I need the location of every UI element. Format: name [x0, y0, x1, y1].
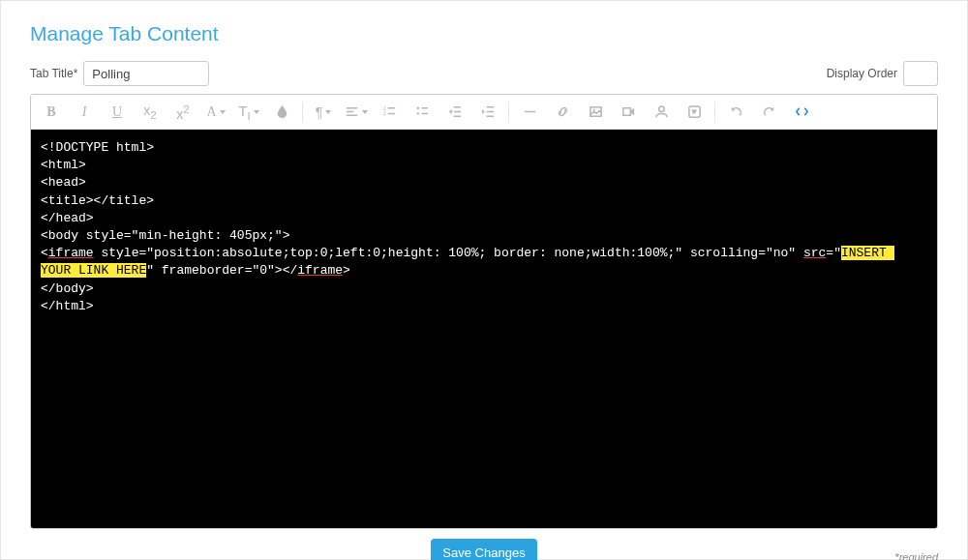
- indent-icon: [481, 104, 496, 119]
- svg-rect-20: [622, 108, 630, 116]
- outdent-button[interactable]: [439, 96, 471, 129]
- save-button[interactable]: Save Changes: [431, 539, 536, 560]
- tab-title-input[interactable]: [83, 61, 209, 86]
- font-size-button[interactable]: TI: [232, 96, 265, 129]
- chevron-down-icon: [220, 110, 226, 114]
- twitter-button[interactable]: [678, 96, 711, 129]
- undo-button[interactable]: [719, 96, 752, 129]
- form-row: Tab Title* Display Order: [30, 61, 938, 86]
- code-line: <body style="min-height: 405px;">: [41, 228, 289, 243]
- link-button[interactable]: [546, 96, 579, 129]
- droplet-icon: [275, 104, 289, 119]
- unordered-list-button[interactable]: [406, 96, 439, 129]
- image-icon: [589, 104, 603, 119]
- bold-button[interactable]: B: [35, 96, 68, 129]
- align-button[interactable]: [340, 96, 373, 129]
- display-order-label: Display Order: [827, 67, 897, 80]
- undo-icon: [729, 104, 743, 119]
- chevron-down-icon: [362, 110, 368, 114]
- page-title: Manage Tab Content: [30, 22, 938, 45]
- link-icon: [556, 104, 570, 119]
- minus-icon: [523, 104, 537, 119]
- code-line: <title></title>: [41, 193, 154, 208]
- tab-title-label: Tab Title*: [30, 67, 77, 80]
- code-line: <!DOCTYPE html>: [41, 140, 154, 155]
- ordered-list-icon: 12: [382, 104, 397, 119]
- font-family-button[interactable]: A: [199, 96, 232, 129]
- redo-button[interactable]: [752, 96, 785, 129]
- superscript-icon: x2: [176, 103, 189, 122]
- editor-toolbar: B I U x2 x2 A TI ¶ 12: [31, 95, 937, 130]
- toolbar-separator: [714, 102, 715, 123]
- unordered-list-icon: [415, 104, 430, 119]
- user-icon: [654, 104, 669, 119]
- code-line: <iframe style="position:absolute;top:0;l…: [41, 246, 894, 260]
- video-icon: [621, 104, 636, 119]
- align-left-icon: [345, 104, 359, 119]
- subscript-icon: x2: [143, 103, 156, 121]
- code-line: <html>: [41, 158, 86, 172]
- editor: B I U x2 x2 A TI ¶ 12: [30, 94, 938, 529]
- pilcrow-icon: ¶: [316, 104, 323, 120]
- ordered-list-button[interactable]: 12: [373, 96, 406, 129]
- toolbar-separator: [508, 102, 509, 123]
- code-line: <head>: [41, 175, 86, 190]
- code-line: </head>: [41, 211, 94, 225]
- svg-point-21: [658, 106, 664, 112]
- code-line: </body>: [41, 281, 94, 296]
- paragraph-button[interactable]: ¶: [307, 96, 340, 129]
- code-line: YOUR LINK HERE" frameborder="0"></iframe…: [41, 263, 350, 278]
- svg-text:1: 1: [382, 106, 385, 111]
- chevron-down-icon: [325, 110, 331, 114]
- outdent-icon: [448, 104, 463, 119]
- svg-point-19: [592, 109, 594, 111]
- code-icon: [795, 104, 809, 119]
- subscript-button[interactable]: x2: [134, 96, 166, 129]
- chevron-down-icon: [254, 110, 259, 114]
- video-button[interactable]: [612, 96, 645, 129]
- underline-icon: U: [112, 104, 122, 120]
- hr-button[interactable]: [513, 96, 546, 129]
- svg-point-8: [416, 112, 418, 114]
- italic-icon: I: [82, 104, 87, 120]
- required-note: *required: [894, 551, 938, 560]
- toolbar-separator: [302, 102, 303, 123]
- svg-text:2: 2: [382, 111, 385, 116]
- italic-button[interactable]: I: [68, 96, 101, 129]
- svg-point-7: [416, 107, 418, 109]
- underline-button[interactable]: U: [101, 96, 134, 129]
- image-button[interactable]: [579, 96, 612, 129]
- code-editor[interactable]: <!DOCTYPE html> <html> <head> <title></t…: [31, 130, 937, 528]
- font-size-icon: TI: [238, 103, 250, 122]
- indent-button[interactable]: [471, 96, 504, 129]
- user-button[interactable]: [645, 96, 678, 129]
- code-view-button[interactable]: [785, 96, 818, 129]
- display-order-input[interactable]: [903, 61, 938, 86]
- font-family-icon: A: [206, 104, 216, 120]
- bold-icon: B: [46, 104, 55, 120]
- color-button[interactable]: [265, 96, 298, 129]
- twitter-icon: [687, 104, 702, 119]
- superscript-button[interactable]: x2: [166, 96, 199, 129]
- code-line: </html>: [41, 299, 94, 313]
- redo-icon: [762, 104, 776, 119]
